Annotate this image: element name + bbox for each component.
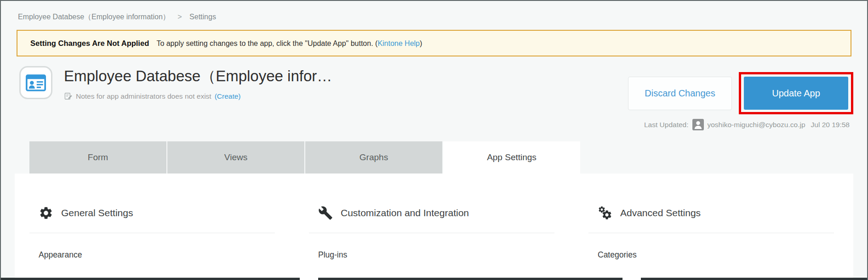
tab-graphs[interactable]: Graphs [305,141,442,174]
section-divider [309,233,554,233]
notes-create-link[interactable]: (Create) [215,92,241,101]
breadcrumb: Employee Databese（Employee information） … [1,1,867,22]
warning-message: To apply setting changes to the app, cli… [156,39,373,47]
link-appearance[interactable]: Appearance [39,250,82,260]
id-card-icon [26,74,46,91]
cutoff-segment [1,278,300,280]
app-title: Employee Databese（Employee infor… [64,66,628,87]
tab-views[interactable]: Views [167,141,304,174]
action-button-row: Discard Changes Update App [628,72,853,114]
breadcrumb-separator: > [177,13,182,21]
last-updated-user-link[interactable]: yoshiko-miguchi@cybozu.co.jp [708,121,805,129]
app-header: Employee Databese（Employee infor… Notes … [19,66,853,130]
last-updated-time: Jul 20 19:58 [811,121,850,129]
tab-app-settings[interactable]: App Settings [443,141,580,174]
breadcrumb-app-link[interactable]: Employee Databese（Employee information） [18,13,170,21]
last-updated-label: Last Updated: [644,121,689,129]
note-edit-icon [64,92,73,101]
user-avatar[interactable] [692,119,704,130]
discard-changes-button[interactable]: Discard Changes [628,77,732,110]
last-updated: Last Updated: yoshiko-miguchi@cybozu.co.… [644,119,850,130]
section-advanced-settings: Advanced Settings Categories [574,174,853,280]
warning-link-close: ) [420,39,422,47]
double-gear-icon [598,206,612,220]
admin-notes-row: Notes for app administrators does not ex… [64,92,628,101]
section-header: General Settings [39,206,275,220]
section-title: Advanced Settings [620,207,701,218]
section-title: Customization and Integration [341,207,469,218]
section-customization-integration: Customization and Integration Plug-ins [294,174,574,280]
link-categories[interactable]: Categories [598,250,637,260]
title-block: Employee Databese（Employee infor… Notes … [64,66,628,101]
app-window: Employee Databese（Employee information） … [0,0,868,280]
section-divider [588,233,834,233]
section-header: Customization and Integration [318,206,554,220]
section-title: General Settings [61,207,133,218]
gear-icon [39,206,53,220]
person-icon [692,119,704,130]
app-settings-panel: General Settings Appearance Customizatio… [15,174,853,280]
tab-form[interactable]: Form [29,141,166,174]
section-header: Advanced Settings [598,206,834,220]
app-icon [19,66,52,99]
warning-title: Setting Changes Are Not Applied [30,39,149,47]
tab-bar: Form Views Graphs App Settings [29,141,867,174]
cutoff-segment [318,278,622,280]
update-app-button[interactable]: Update App [744,77,848,110]
kintone-help-link[interactable]: Kintone Help [377,39,420,47]
admin-notes-text: Notes for app administrators does not ex… [76,92,211,101]
header-actions: Discard Changes Update App Last Updated:… [628,66,853,130]
section-divider [29,233,275,233]
warning-banner: Setting Changes Are Not Applied To apply… [17,30,851,56]
cutoff-segment [641,278,867,280]
section-general-settings: General Settings Appearance [15,174,294,280]
link-plug-ins[interactable]: Plug-ins [318,250,347,260]
update-app-highlight-box: Update App [739,72,853,114]
breadcrumb-current: Settings [189,13,216,21]
wrench-icon [318,206,333,220]
